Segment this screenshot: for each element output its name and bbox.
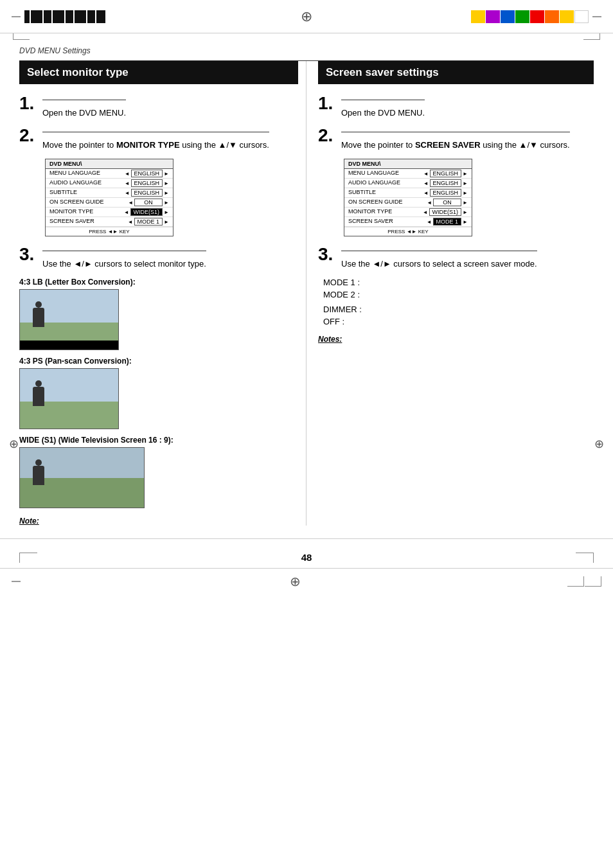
monitor-img-43ps [19,368,119,429]
right-reg-mark: ⊕ [594,437,604,451]
dvd-menu-row-3-left: SUBTITLE ◄ ENGLISH ► [46,188,173,198]
dvd-menu-row-1-left: MENU LANGUAGE ◄ ENGLISH ► [46,169,173,179]
mode1-item: MODE 1 : [323,278,594,287]
dvd-menu-row-3-right: SUBTITLE ◄ ENGLISH ► [344,188,472,198]
top-bar-left-blocks [12,10,105,23]
header-italic-text: DVD MENU Settings [19,46,91,55]
left-column: Select monitor type 1. Open the DVD MENU… [12,61,306,526]
monitor-label-wide: WIDE (S1) (Wide Television Screen 16 : 9… [19,436,298,445]
dvd-menu-row-4-left: ON SCREEN GUIDE ◄ ON ► [46,198,173,208]
left-step3-text: Use the ◄/► cursors to select monitor ty… [42,256,206,269]
left-reg-mark: ⊕ [9,437,19,451]
right-step2-text: Move the pointer to SCREEN SAVER using t… [341,137,570,150]
dvd-menu-row-4-right: ON SCREEN GUIDE ◄ ON ► [344,198,472,208]
mode2-label: MODE 2 : [323,290,360,299]
dvd-menu-box-right: DVD MENU\ MENU LANGUAGE ◄ ENGLISH ► AUDI… [344,159,472,236]
dvd-menu-row-1-right: MENU LANGUAGE ◄ ENGLISH ► [344,169,472,179]
right-step1-num: 1. [318,94,336,112]
dvd-menu-footer-right: PRESS ◄► KEY [344,227,472,236]
page-header: DVD MENU Settings [0,40,613,58]
dvd-menu-row-2-left: AUDIO LANGUAGE ◄ ENGLISH ► [46,179,173,188]
right-step1-text: Open the DVD MENU. [341,105,425,118]
monitor-img-wide [19,447,145,508]
right-step3-text: Use the ◄/► cursors to select a screen s… [341,256,537,269]
dvd-menu-row-6-right: SCREEN SAVER ◄ MODE 1 ► [344,217,472,227]
dvd-menu-row-5-left: MONITOR TYPE ◄ WIDE(S1) ► [46,208,173,217]
dvd-menu-box-left: DVD MENU\ MENU LANGUAGE ◄ ENGLISH ► AUDI… [45,159,173,236]
monitor-type-wide-section: WIDE (S1) (Wide Television Screen 16 : 9… [19,436,298,508]
left-step1-text: Open the DVD MENU. [42,105,126,118]
left-note-section: Note: [19,516,298,526]
main-content: Select monitor type 1. Open the DVD MENU… [0,61,613,526]
right-notes-label: Notes: [318,335,342,344]
dvd-menu-right: DVD MENU\ MENU LANGUAGE ◄ ENGLISH ► AUDI… [344,159,594,236]
dvd-menu-title-left: DVD MENU\ [46,159,173,169]
off-label: OFF : [323,317,344,326]
left-step3: 3. Use the ◄/► cursors to select monitor… [19,245,298,269]
monitor-label-43ps: 4:3 PS (Pan-scan Conversion): [19,357,298,366]
bottom-bar: ⊕ [0,568,613,594]
right-section-title: Screen saver settings [318,61,594,84]
bottom-bar-right [567,576,601,587]
dvd-menu-row-5-right: MONITOR TYPE ◄ WIDE(S1) ► [344,208,472,217]
registration-mark-bottom: ⊕ [290,574,301,589]
screen-saver-mode-list: MODE 1 : MODE 2 : DIMMER : OFF : [323,278,594,326]
figure-silhouette [33,308,44,327]
bottom-bar-left [12,581,23,582]
dvd-menu-left: DVD MENU\ MENU LANGUAGE ◄ ENGLISH ► AUDI… [45,159,298,236]
dvd-menu-row-2-right: AUDIO LANGUAGE ◄ ENGLISH ► [344,179,472,188]
left-step2-num: 2. [19,127,37,145]
dvd-menu-footer-left: PRESS ◄► KEY [46,227,173,236]
figure-silhouette-ps [33,387,44,406]
page-number: 48 [301,552,312,563]
top-bar-right-swatches [471,10,601,23]
left-step2-text: Move the pointer to MONITOR TYPE using t… [42,137,269,150]
left-note-label: Note: [19,517,39,526]
dimmer-label: DIMMER : [323,305,362,314]
left-step3-num: 3. [19,245,37,263]
right-step3: 3. Use the ◄/► cursors to select a scree… [318,245,594,269]
right-step2-num: 2. [318,127,336,145]
left-section-title: Select monitor type [19,61,298,84]
monitor-type-43lb-section: 4:3 LB (Letter Box Conversion): [19,278,298,350]
mode2-item: MODE 2 : [323,290,594,299]
monitor-type-43ps-section: 4:3 PS (Pan-scan Conversion): [19,357,298,429]
registration-mark-top: ⊕ [301,8,312,25]
figure-silhouette-wide [33,466,44,485]
letterbox-bar-bottom [20,341,118,350]
left-step1-num: 1. [19,94,37,112]
monitor-img-43lb [19,289,119,350]
right-step3-num: 3. [318,245,336,263]
dvd-menu-title-right: DVD MENU\ [344,159,472,169]
left-step2: 2. Move the pointer to MONITOR TYPE usin… [19,127,298,150]
dimmer-item: DIMMER : [323,305,594,314]
mode1-label: MODE 1 : [323,278,360,287]
right-step2: 2. Move the pointer to SCREEN SAVER usin… [318,127,594,150]
off-item: OFF : [323,317,594,326]
left-step1: 1. Open the DVD MENU. [19,94,298,118]
top-bar: ⊕ [0,0,613,33]
right-column: Screen saver settings 1. Open the DVD ME… [306,61,601,526]
right-notes-section: Notes: [318,334,594,344]
monitor-label-43lb: 4:3 LB (Letter Box Conversion): [19,278,298,287]
dvd-menu-row-6-left: SCREEN SAVER ◄ MODE 1 ► [46,217,173,227]
right-step1: 1. Open the DVD MENU. [318,94,594,118]
